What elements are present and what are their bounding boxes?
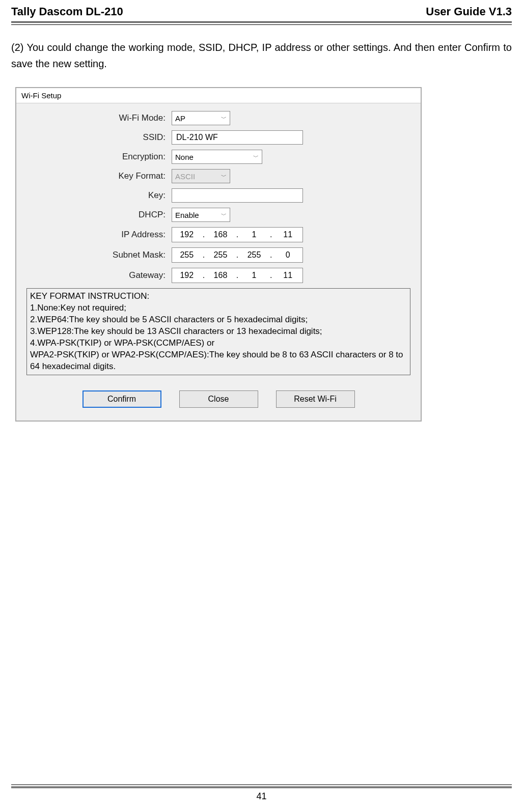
dhcp-value: Enable xyxy=(175,211,199,219)
reset-label: Reset Wi-Fi xyxy=(294,395,337,404)
ip-dot: . xyxy=(235,250,239,260)
footer-rule-1 xyxy=(11,785,512,785)
ip-dot: . xyxy=(269,271,273,280)
instruction-line4: 4.WPA-PSK(TKIP) or WPA-PSK(CCMP/AES) or xyxy=(30,338,407,349)
body-paragraph: (2) You could change the working mode, S… xyxy=(11,39,512,72)
label-key-format: Key Format: xyxy=(26,171,172,181)
page-number: 41 xyxy=(256,791,266,801)
ip-dot: . xyxy=(235,230,239,239)
label-subnet-mask: Subnet Mask: xyxy=(26,250,172,260)
row-dhcp: DHCP: Enable ﹀ xyxy=(26,208,410,222)
encryption-select[interactable]: None ﹀ xyxy=(172,150,262,164)
dhcp-select[interactable]: Enable ﹀ xyxy=(172,208,230,222)
instruction-line1: 1.None:Key not required; xyxy=(30,302,407,314)
ip-dot: . xyxy=(202,250,206,260)
key-format-value: ASCII xyxy=(175,172,195,181)
label-encryption: Encryption: xyxy=(26,152,172,162)
row-key: Key: xyxy=(26,188,410,203)
key-input[interactable] xyxy=(172,188,303,203)
ssid-value: DL-210 WF xyxy=(176,133,218,142)
row-key-format: Key Format: ASCII ﹀ xyxy=(26,169,410,183)
close-button[interactable]: Close xyxy=(179,390,258,408)
gateway-seg-2[interactable]: 168 xyxy=(206,269,235,282)
chevron-down-icon: ﹀ xyxy=(221,211,227,219)
dialog-title: Wi-Fi Setup xyxy=(16,88,421,103)
ip-address-input[interactable]: 192 . 168 . 1 . 11 xyxy=(172,227,303,242)
ip-dot: . xyxy=(235,271,239,280)
header-right: User Guide V1.3 xyxy=(426,5,512,18)
label-ssid: SSID: xyxy=(26,132,172,143)
ssid-input[interactable]: DL-210 WF xyxy=(172,130,303,145)
row-ip-address: IP Address: 192 . 168 . 1 . 11 xyxy=(26,227,410,242)
confirm-button[interactable]: Confirm xyxy=(82,390,161,408)
wifi-mode-select[interactable]: AP ﹀ xyxy=(172,111,230,125)
label-key: Key: xyxy=(26,190,172,201)
label-dhcp: DHCP: xyxy=(26,210,172,220)
subnet-seg-4[interactable]: 0 xyxy=(273,249,302,261)
row-ssid: SSID: DL-210 WF xyxy=(26,130,410,145)
gateway-input[interactable]: 192 . 168 . 1 . 11 xyxy=(172,268,303,283)
dialog-body: Wi-Fi Mode: AP ﹀ SSID: DL-210 WF Encrypt… xyxy=(16,103,421,421)
ip-seg-3[interactable]: 1 xyxy=(239,229,269,241)
ip-dot: . xyxy=(202,230,206,239)
row-gateway: Gateway: 192 . 168 . 1 . 11 xyxy=(26,268,410,283)
key-format-select: ASCII ﹀ xyxy=(172,169,230,183)
page-footer: 41 xyxy=(11,785,512,802)
instruction-box: KEY FORMAT INSTRUCTION: 1.None:Key not r… xyxy=(26,288,410,375)
reset-wifi-button[interactable]: Reset Wi-Fi xyxy=(276,390,355,408)
button-row: Confirm Close Reset Wi-Fi xyxy=(26,390,410,408)
ip-seg-4[interactable]: 11 xyxy=(273,229,302,241)
gateway-seg-4[interactable]: 11 xyxy=(273,269,302,282)
ip-seg-2[interactable]: 168 xyxy=(206,229,235,241)
header-left: Tally Dascom DL-210 xyxy=(11,5,123,18)
footer-rule-2: 41 xyxy=(11,787,512,802)
chevron-down-icon: ﹀ xyxy=(221,115,227,122)
subnet-seg-3[interactable]: 255 xyxy=(239,249,269,261)
label-gateway: Gateway: xyxy=(26,270,172,281)
gateway-seg-3[interactable]: 1 xyxy=(239,269,269,282)
header-rule xyxy=(11,24,512,25)
encryption-value: None xyxy=(175,153,194,161)
close-label: Close xyxy=(208,395,229,404)
ip-seg-1[interactable]: 192 xyxy=(172,229,202,241)
page-header: Tally Dascom DL-210 User Guide V1.3 xyxy=(11,5,512,23)
row-subnet-mask: Subnet Mask: 255 . 255 . 255 . 0 xyxy=(26,247,410,263)
instruction-title: KEY FORMAT INSTRUCTION: xyxy=(30,291,407,302)
confirm-label: Confirm xyxy=(107,395,136,404)
chevron-down-icon: ﹀ xyxy=(221,173,227,180)
wifi-setup-dialog: Wi-Fi Setup Wi-Fi Mode: AP ﹀ SSID: DL-21… xyxy=(15,87,422,422)
instruction-line3: 3.WEP128:The key should be 13 ASCII char… xyxy=(30,326,407,338)
instruction-line2: 2.WEP64:The key should be 5 ASCII charac… xyxy=(30,314,407,326)
row-wifi-mode: Wi-Fi Mode: AP ﹀ xyxy=(26,111,410,125)
gateway-seg-1[interactable]: 192 xyxy=(172,269,202,282)
label-ip-address: IP Address: xyxy=(26,230,172,240)
chevron-down-icon: ﹀ xyxy=(253,153,259,161)
subnet-mask-input[interactable]: 255 . 255 . 255 . 0 xyxy=(172,247,303,263)
wifi-mode-value: AP xyxy=(175,114,185,123)
row-encryption: Encryption: None ﹀ xyxy=(26,150,410,164)
instruction-line5: WPA2-PSK(TKIP) or WPA2-PSK(CCMP/AES):The… xyxy=(30,349,407,373)
ip-dot: . xyxy=(202,271,206,280)
ip-dot: . xyxy=(269,230,273,239)
ip-dot: . xyxy=(269,250,273,260)
subnet-seg-1[interactable]: 255 xyxy=(172,249,202,261)
label-wifi-mode: Wi-Fi Mode: xyxy=(26,113,172,123)
subnet-seg-2[interactable]: 255 xyxy=(206,249,235,261)
